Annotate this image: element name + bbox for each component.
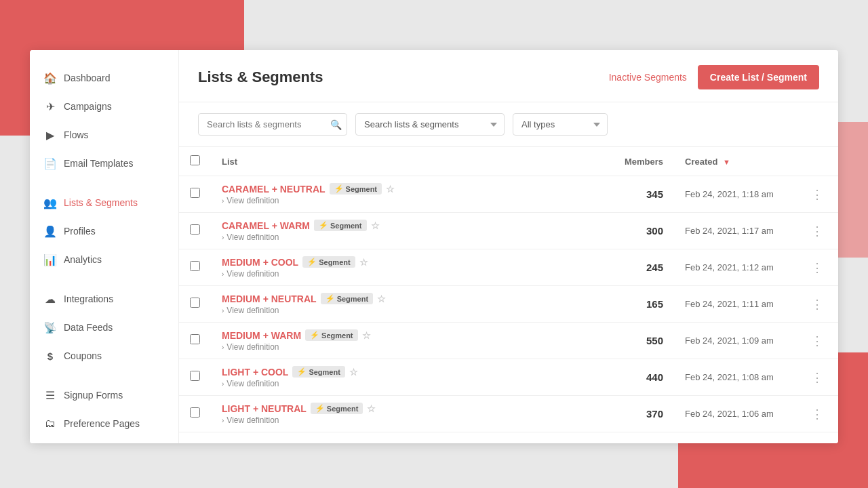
view-definition-label: View definition	[226, 379, 279, 388]
row-more-button[interactable]: ⋮	[807, 260, 827, 275]
sidebar-item-profiles[interactable]: 👤 Profiles	[30, 217, 178, 245]
members-count: 300	[646, 225, 663, 237]
star-icon[interactable]: ☆	[371, 220, 380, 231]
row-checkbox-6[interactable]	[190, 407, 200, 418]
created-date: Feb 24, 2021, 1:08 am	[685, 372, 774, 382]
star-icon[interactable]: ☆	[362, 330, 371, 341]
members-count: 550	[646, 335, 663, 346]
lists-segments-table: List Members Created ▼	[179, 147, 838, 432]
sidebar-item-campaigns[interactable]: ✈ Campaigns	[30, 92, 178, 121]
view-definition-link[interactable]: › View definition	[222, 306, 595, 315]
chevron-right-icon: ›	[222, 307, 224, 314]
view-definition-label: View definition	[226, 232, 279, 242]
sidebar-item-analytics[interactable]: 📊 Analytics	[30, 245, 178, 274]
badge-label: Segment	[321, 331, 353, 340]
table-wrap: List Members Created ▼	[179, 147, 838, 443]
view-definition-link[interactable]: › View definition	[222, 415, 595, 425]
select-all-checkbox[interactable]	[190, 155, 200, 165]
segment-name: LIGHT + COOL	[222, 367, 288, 378]
row-actions-cell: ⋮	[796, 286, 838, 323]
row-name: LIGHT + NEUTRAL ⚡ Segment ☆	[222, 403, 595, 414]
row-checkbox-2[interactable]	[190, 261, 200, 271]
row-checkbox-5[interactable]	[190, 371, 200, 381]
row-created-cell: Feb 24, 2021, 1:12 am	[674, 249, 796, 286]
bolt-icon: ⚡	[319, 221, 328, 230]
segment-name: CARAMEL + NEUTRAL	[222, 184, 326, 195]
segment-name: MEDIUM + WARM	[222, 330, 301, 341]
header-actions: Inactive Segments Create List / Segment	[609, 65, 819, 89]
sidebar-item-flows[interactable]: ▶ Flows	[30, 121, 178, 149]
chevron-right-icon: ›	[222, 380, 224, 388]
row-more-button[interactable]: ⋮	[807, 187, 827, 202]
table-row: CARAMEL + NEUTRAL ⚡ Segment ☆ › View def…	[179, 176, 838, 213]
segment-badge: ⚡ Segment	[330, 183, 382, 195]
page-header: Lists & Segments Inactive Segments Creat…	[179, 50, 838, 102]
sidebar-item-signup-forms[interactable]: ☰ Signup Forms	[30, 381, 178, 409]
row-checkbox-1[interactable]	[190, 224, 200, 235]
inactive-segments-link[interactable]: Inactive Segments	[609, 72, 687, 83]
view-definition-link[interactable]: › View definition	[222, 379, 595, 388]
star-icon[interactable]: ☆	[359, 257, 368, 268]
row-checkbox-4[interactable]	[190, 334, 200, 344]
sidebar-item-data-feeds[interactable]: 📡 Data Feeds	[30, 313, 178, 342]
star-icon[interactable]: ☆	[377, 293, 386, 304]
row-checkbox-0[interactable]	[190, 188, 200, 198]
row-members-cell: 165	[606, 286, 674, 323]
row-created-cell: Feb 24, 2021, 1:08 am	[674, 359, 796, 396]
chevron-right-icon: ›	[222, 270, 224, 278]
table-row: LIGHT + COOL ⚡ Segment ☆ › View definiti…	[179, 359, 838, 396]
table-row: MEDIUM + COOL ⚡ Segment ☆ › View definit…	[179, 249, 838, 286]
sidebar-item-label: Integrations	[64, 293, 113, 304]
view-definition-link[interactable]: › View definition	[222, 269, 595, 279]
star-icon[interactable]: ☆	[367, 403, 376, 414]
segment-name: MEDIUM + NEUTRAL	[222, 293, 317, 304]
row-more-button[interactable]: ⋮	[807, 224, 827, 239]
sidebar-item-lists-segments[interactable]: 👥 Lists & Segments	[30, 188, 178, 217]
row-members-cell: 345	[606, 176, 674, 213]
sidebar-item-integrations[interactable]: ☁ Integrations	[30, 285, 178, 313]
badge-label: Segment	[319, 258, 350, 266]
sidebar-item-coupons[interactable]: $ Coupons	[30, 342, 178, 370]
header-created-col[interactable]: Created ▼	[674, 147, 796, 176]
segment-name: MEDIUM + COOL	[222, 257, 298, 268]
created-date: Feb 24, 2021, 1:17 am	[685, 226, 774, 236]
star-icon[interactable]: ☆	[349, 367, 358, 378]
row-more-button[interactable]: ⋮	[807, 370, 827, 385]
badge-label: Segment	[309, 368, 340, 376]
search-input-1[interactable]	[198, 113, 347, 136]
row-checkbox-3[interactable]	[190, 298, 200, 308]
row-checkbox-cell	[179, 249, 211, 286]
row-more-button[interactable]: ⋮	[807, 333, 827, 348]
bolt-icon: ⚡	[315, 404, 325, 413]
sidebar-item-label: Lists & Segments	[64, 197, 138, 208]
create-list-segment-button[interactable]: Create List / Segment	[698, 65, 819, 89]
row-more-button[interactable]: ⋮	[807, 297, 827, 312]
star-icon[interactable]: ☆	[386, 184, 395, 195]
view-definition-link[interactable]: › View definition	[222, 342, 595, 352]
view-definition-link[interactable]: › View definition	[222, 196, 595, 205]
row-name-cell: MEDIUM + NEUTRAL ⚡ Segment ☆ › View defi…	[211, 286, 606, 323]
table-row: MEDIUM + WARM ⚡ Segment ☆ › View definit…	[179, 323, 838, 359]
row-name: MEDIUM + COOL ⚡ Segment ☆	[222, 256, 595, 268]
flows-icon: ▶	[43, 128, 57, 142]
lists-segments-icon: 👥	[43, 196, 57, 209]
row-more-button[interactable]: ⋮	[807, 407, 827, 422]
row-name: MEDIUM + WARM ⚡ Segment ☆	[222, 329, 595, 341]
type-filter-select[interactable]: All types Lists Segments	[513, 113, 608, 136]
view-definition-label: View definition	[226, 269, 279, 279]
search-icon-1: 🔍	[330, 119, 342, 130]
sidebar-item-preference-pages[interactable]: 🗂 Preference Pages	[30, 409, 178, 438]
sidebar-item-dashboard[interactable]: 🏠 Dashboard	[30, 64, 178, 92]
search-select-dropdown[interactable]: Search lists & segments	[355, 113, 505, 136]
view-definition-link[interactable]: › View definition	[222, 232, 595, 242]
filters-row: 🔍 Search lists & segments All types List…	[179, 102, 838, 147]
row-members-cell: 245	[606, 249, 674, 286]
sidebar-item-label: Flows	[64, 129, 89, 140]
row-checkbox-cell	[179, 176, 211, 213]
row-actions-cell: ⋮	[796, 323, 838, 359]
row-name-cell: CARAMEL + WARM ⚡ Segment ☆ › View defini…	[211, 213, 606, 249]
profiles-icon: 👤	[43, 224, 57, 238]
sidebar-item-email-templates[interactable]: 📄 Email Templates	[30, 149, 178, 178]
bolt-icon: ⚡	[326, 294, 335, 303]
members-column-header: Members	[625, 157, 663, 167]
